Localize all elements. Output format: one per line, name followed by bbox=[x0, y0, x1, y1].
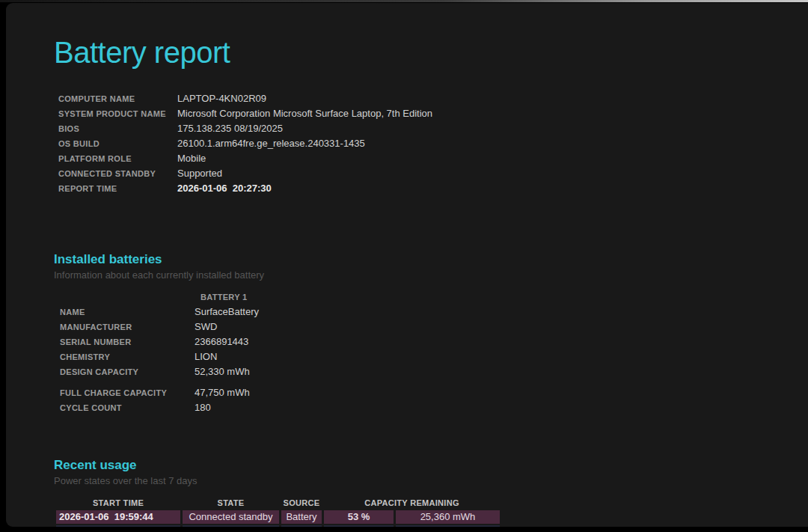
battery-info-table: BATTERY 1 NAME SurfaceBattery MANUFACTUR… bbox=[54, 293, 808, 417]
info-value: 47,750 mWh bbox=[195, 387, 250, 398]
installed-batteries-section: Installed batteries Information about ea… bbox=[54, 251, 808, 417]
info-row-platform-role: PLATFORM ROLE Mobile bbox=[54, 153, 808, 168]
info-label: MANUFACTURER bbox=[54, 322, 195, 331]
usage-cell-state: Connected standby bbox=[183, 510, 279, 524]
info-label: SERIAL NUMBER bbox=[54, 337, 195, 346]
battery-row-chemistry: CHEMISTRY LION bbox=[54, 351, 808, 366]
info-row-report-time: REPORT TIME 2026-01-06 20:27:30 bbox=[54, 183, 808, 198]
usage-header-state: STATE bbox=[183, 497, 279, 509]
info-label: NAME bbox=[54, 308, 195, 317]
battery-row-full-charge-capacity: FULL CHARGE CAPACITY 47,750 mWh bbox=[54, 387, 808, 402]
info-value: Supported bbox=[177, 168, 222, 179]
info-value: 180 bbox=[195, 402, 211, 413]
info-row-connected-standby: CONNECTED STANDBY Supported bbox=[54, 168, 808, 183]
usage-cell-source bbox=[281, 525, 322, 527]
info-label: BIOS bbox=[54, 124, 177, 133]
page-title: Battery report bbox=[54, 33, 808, 72]
info-label: PLATFORM ROLE bbox=[54, 154, 177, 163]
recent-usage-heading: Recent usage bbox=[54, 457, 808, 474]
battery-report-page: Battery report COMPUTER NAME LAPTOP-4KN0… bbox=[6, 3, 808, 527]
usage-cell-capacity-percent: 53 % bbox=[324, 510, 394, 524]
usage-cell-capacity-mwh: 25,360 mWh bbox=[396, 510, 500, 524]
info-value: LION bbox=[195, 351, 217, 362]
info-label: CYCLE COUNT bbox=[54, 403, 195, 412]
recent-usage-subtitle: Power states over the last 7 days bbox=[54, 475, 808, 486]
browser-chrome-edge bbox=[0, 0, 808, 2]
info-value: SurfaceBattery bbox=[195, 306, 259, 317]
info-value: Mobile bbox=[177, 153, 206, 164]
battery-row-cycle-count: CYCLE COUNT 180 bbox=[54, 402, 808, 417]
info-label: COMPUTER NAME bbox=[54, 94, 177, 103]
info-value: 52,330 mWh bbox=[195, 366, 250, 377]
installed-batteries-heading: Installed batteries bbox=[54, 251, 808, 268]
usage-cell-state: Suspended bbox=[183, 525, 279, 527]
usage-cell-start-time: 2026-01-06 19:59:44 bbox=[56, 510, 180, 524]
info-label: DESIGN CAPACITY bbox=[54, 367, 195, 376]
info-value: Microsoft Corporation Microsoft Surface … bbox=[177, 108, 432, 119]
report-time-value: 2026-01-06 20:27:30 bbox=[177, 183, 272, 194]
report-content: Battery report COMPUTER NAME LAPTOP-4KN0… bbox=[6, 3, 808, 527]
info-value: 26100.1.arm64fre.ge_release.240331-1435 bbox=[177, 138, 365, 149]
info-value: LAPTOP-4KN02R09 bbox=[177, 93, 266, 104]
battery-row-serial-number: SERIAL NUMBER 2366891443 bbox=[54, 336, 808, 351]
info-label: CHEMISTRY bbox=[54, 352, 195, 361]
usage-cell-capacity-mwh: 25,360 mWh bbox=[396, 525, 500, 527]
info-row-system-product-name: SYSTEM PRODUCT NAME Microsoft Corporatio… bbox=[54, 108, 808, 123]
info-label: OS BUILD bbox=[54, 139, 177, 148]
installed-batteries-subtitle: Information about each currently install… bbox=[54, 269, 808, 281]
battery-row-design-capacity: DESIGN CAPACITY 52,330 mWh bbox=[54, 366, 808, 381]
info-label: SYSTEM PRODUCT NAME bbox=[54, 109, 177, 118]
usage-cell-source: Battery bbox=[281, 510, 322, 524]
info-label: CONNECTED STANDBY bbox=[54, 169, 177, 178]
info-row-computer-name: COMPUTER NAME LAPTOP-4KN02R09 bbox=[54, 93, 808, 108]
system-info-table: COMPUTER NAME LAPTOP-4KN02R09 SYSTEM PRO… bbox=[54, 93, 808, 198]
recent-usage-section: Recent usage Power states over the last … bbox=[54, 457, 808, 527]
usage-header-source: SOURCE bbox=[281, 497, 322, 509]
battery-row-manufacturer: MANUFACTURER SWD bbox=[54, 321, 808, 336]
usage-header-capacity-remaining: CAPACITY REMAINING bbox=[324, 497, 500, 509]
usage-cell-capacity-percent: 53 % bbox=[324, 525, 394, 527]
info-value: SWD bbox=[195, 321, 217, 332]
battery-column-header: BATTERY 1 bbox=[54, 293, 808, 306]
info-row-bios: BIOS 175.138.235 08/19/2025 bbox=[54, 123, 808, 138]
battery-row-name: NAME SurfaceBattery bbox=[54, 306, 808, 321]
info-label: REPORT TIME bbox=[54, 184, 177, 193]
info-label: FULL CHARGE CAPACITY bbox=[54, 388, 195, 397]
info-row-os-build: OS BUILD 26100.1.arm64fre.ge_release.240… bbox=[54, 138, 808, 153]
usage-cell-start-time: 20:03:44 bbox=[56, 525, 180, 527]
usage-header-start-time: START TIME bbox=[56, 497, 180, 509]
info-value: 2366891443 bbox=[195, 336, 248, 347]
info-value: 175.138.235 08/19/2025 bbox=[177, 123, 283, 134]
recent-usage-table: START TIME STATE SOURCE CAPACITY REMAINI… bbox=[56, 497, 500, 527]
